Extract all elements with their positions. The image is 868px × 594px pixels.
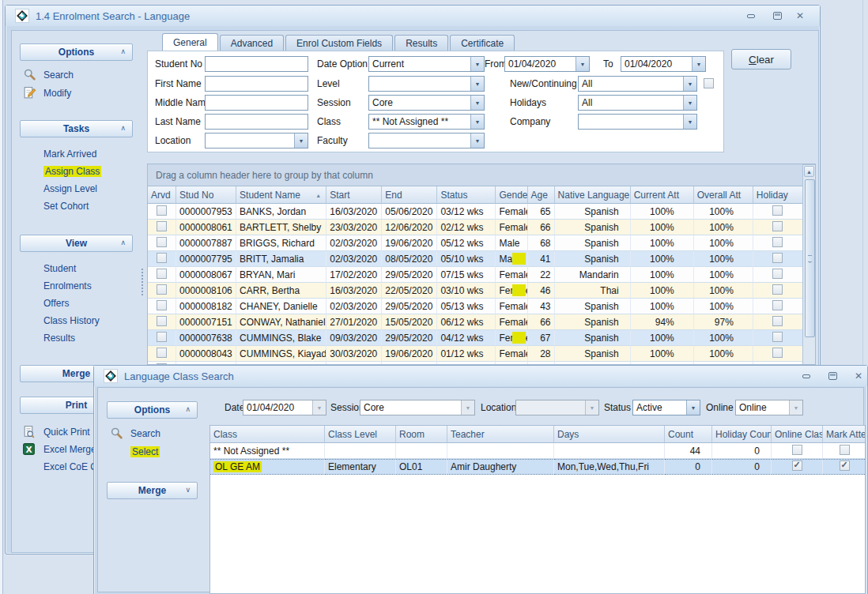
online-label: Online xyxy=(706,402,734,413)
app-icon xyxy=(104,369,118,383)
column-header-class-level[interactable]: Class Level xyxy=(325,426,396,443)
dialog-item-select[interactable]: Select xyxy=(130,446,160,457)
dialog-title: Language Class Search xyxy=(124,370,234,382)
teacher-cell: Amir Daugherty xyxy=(447,459,554,475)
collapse-chevron-icon: ∧ xyxy=(185,405,191,413)
dialog-options-panel-header[interactable]: Options∧ xyxy=(107,401,198,419)
select-highlight: Select xyxy=(130,446,160,457)
dialog-maximize-button[interactable] xyxy=(823,370,842,382)
column-header-room[interactable]: Room xyxy=(396,426,447,443)
online-class-checkbox[interactable] xyxy=(792,461,802,471)
language-class-search-window: Language Class Search ✕ Options∧ Search … xyxy=(0,0,868,594)
class-rows: ** Not Assigned ** 44 0 OL GE AM Element… xyxy=(210,443,866,475)
class-grid: Class Class Level Room Teacher Days Coun… xyxy=(209,425,866,594)
expand-chevron-icon: ∨ xyxy=(185,486,191,494)
column-header-count[interactable]: Count xyxy=(665,426,712,443)
search-icon xyxy=(110,427,123,440)
desktop: 1.4 Enrolment Search - Language ✕ Option… xyxy=(0,0,868,594)
online-class-checkbox[interactable] xyxy=(792,445,802,455)
column-header-teacher[interactable]: Teacher xyxy=(447,426,554,443)
class-row[interactable]: ** Not Assigned ** 44 0 xyxy=(210,443,866,459)
holiday-count-cell: 0 xyxy=(712,459,772,475)
column-header-days[interactable]: Days xyxy=(554,426,665,443)
column-header-online-clas[interactable]: Online Clas xyxy=(772,426,823,443)
room-cell xyxy=(396,443,447,459)
mark-atten-checkbox[interactable] xyxy=(840,461,850,471)
status-label: Status xyxy=(604,402,631,413)
class-level-cell xyxy=(325,443,396,459)
class-name-value: OL GE AM xyxy=(213,461,262,472)
location-select xyxy=(515,400,599,415)
column-header-class[interactable]: Class xyxy=(210,426,325,443)
days-cell xyxy=(554,443,665,459)
count-cell: 0 xyxy=(665,459,712,475)
dialog-minimize-button[interactable] xyxy=(797,370,816,382)
status-select[interactable]: Active xyxy=(632,400,700,415)
class-level-cell: Elementary xyxy=(325,459,396,475)
dialog-titlebar[interactable]: Language Class Search xyxy=(94,366,867,386)
teacher-cell xyxy=(447,443,554,459)
class-grid-header: Class Class Level Room Teacher Days Coun… xyxy=(210,426,866,443)
dialog-options-title: Options xyxy=(134,404,170,415)
mark-atten-checkbox[interactable] xyxy=(840,445,850,455)
online-select: Online xyxy=(735,400,803,415)
days-cell: Mon,Tue,Wed,Thu,Fri xyxy=(554,459,665,475)
class-name-value: ** Not Assigned ** xyxy=(213,446,289,457)
session-select: Core xyxy=(360,400,475,415)
date-label: Date xyxy=(225,402,244,413)
dialog-close-button[interactable]: ✕ xyxy=(849,370,868,382)
column-header-holiday-count[interactable]: Holiday Count xyxy=(712,426,772,443)
room-cell: OL01 xyxy=(396,459,447,475)
dialog-merge-title: Merge xyxy=(138,485,166,496)
holiday-count-cell: 0 xyxy=(712,443,772,459)
date-select: 01/04/2020 xyxy=(243,400,326,415)
column-header-mark-atten[interactable]: Mark Atten xyxy=(823,426,866,443)
dialog-item-search[interactable]: Search xyxy=(130,428,160,439)
class-row[interactable]: OL GE AM Elementary OL01 Amir Daugherty … xyxy=(210,459,866,475)
dialog-merge-panel-header[interactable]: Merge∨ xyxy=(107,482,198,499)
location-label: Location xyxy=(481,402,516,413)
count-cell: 44 xyxy=(665,443,712,459)
